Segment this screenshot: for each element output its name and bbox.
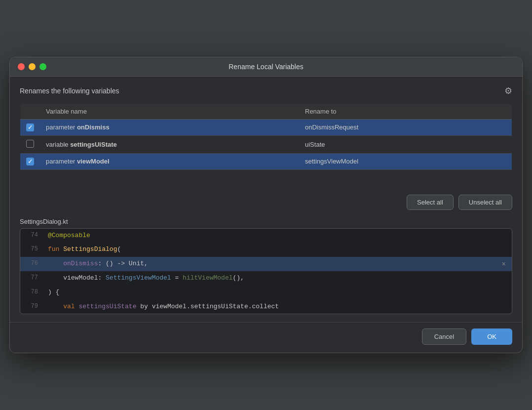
unselect-all-button[interactable]: Unselect all [458,195,512,210]
file-label: SettingsDialog.kt [20,218,512,225]
line-code-78: ) { [44,286,512,300]
line-number-76: 76 [20,257,44,271]
dialog-title: Rename Local Variables [228,63,304,71]
checkbox-cell-3[interactable]: ✓ [20,153,40,169]
line-number-78: 78 [20,286,44,300]
table-row: ✓ parameter viewModel settingsViewModel [20,153,512,169]
ok-button[interactable]: OK [471,328,512,345]
code-line-79: 79 val settingsUiState by viewModel.sett… [20,300,512,314]
line-number-77: 77 [20,271,44,286]
selection-buttons: Select all Unselect all [20,195,512,210]
checkbox-cell-2[interactable] [20,135,40,153]
rename-cell-3: settingsViewModel [299,153,512,169]
traffic-lights [18,63,46,70]
maximize-button[interactable] [39,63,46,70]
table-row: variable settingsUiState uiState [20,135,512,153]
minimize-button[interactable] [29,63,36,70]
variable-table: Variable name Rename to ✓ parameter onDi… [20,103,512,188]
table-row: ✓ parameter onDismiss onDismissRequest [20,119,512,135]
rename-cell-1: onDismissRequest [299,119,512,135]
line-number-74: 74 [20,229,44,243]
line-code-74: @Composable [44,229,512,243]
close-highlight-icon[interactable]: × [502,260,506,268]
checkbox-2[interactable] [26,140,34,148]
code-line-77: 77 viewModel: SettingsViewModel = hiltVi… [20,271,512,286]
table-empty-row [20,169,512,187]
checkbox-1[interactable]: ✓ [26,123,34,131]
close-button[interactable] [18,63,25,70]
col-checkbox-header [20,103,40,119]
settings-icon[interactable]: ⚙ [504,85,512,96]
var-name-cell-2: variable settingsUiState [40,135,299,153]
line-number-79: 79 [20,300,44,314]
description-label: Renames the following variables [20,87,119,95]
line-number-75: 75 [20,243,44,257]
code-preview: 74 @Composable 75 fun SettingsDialog( 76… [20,228,512,315]
line-code-76: onDismiss: () -> Unit, [44,257,512,271]
header-row: Renames the following variables ⚙ [20,85,512,96]
code-line-74: 74 @Composable [20,229,512,243]
rename-dialog: Rename Local Variables Renames the follo… [9,57,523,354]
title-bar: Rename Local Variables [10,57,522,77]
code-line-76: 76 onDismiss: () -> Unit, × [20,257,512,271]
select-all-button[interactable]: Select all [407,195,454,210]
code-line-78: 78 ) { [20,286,512,300]
checkbox-cell-1[interactable]: ✓ [20,119,40,135]
col-rename-header: Rename to [299,103,512,119]
line-code-79: val settingsUiState by viewModel.setting… [44,300,512,314]
dialog-content: Renames the following variables ⚙ Variab… [10,77,522,323]
table-header-row: Variable name Rename to [20,103,512,119]
bottom-buttons: Cancel OK [10,322,522,353]
col-variable-header: Variable name [40,103,299,119]
line-code-75: fun SettingsDialog( [44,243,512,257]
code-line-75: 75 fun SettingsDialog( [20,243,512,257]
var-name-cell-3: parameter viewModel [40,153,299,169]
var-name-cell-1: parameter onDismiss [40,119,299,135]
cancel-button[interactable]: Cancel [422,328,466,345]
checkbox-3[interactable]: ✓ [26,158,34,165]
rename-cell-2: uiState [299,135,512,153]
line-code-77: viewModel: SettingsViewModel = hiltViewM… [44,271,512,286]
